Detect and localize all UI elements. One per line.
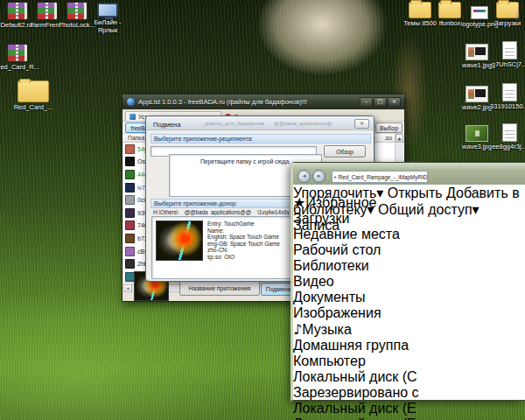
sidebar-label: Видео	[293, 274, 334, 289]
computer-icon	[97, 3, 118, 18]
ghost-text: @@bada_applications@	[274, 121, 332, 126]
sidebar-item-computer[interactable]: Компьютер	[293, 354, 525, 369]
address-bar[interactable]: ▸ Red_Card_Rampage_-_iMapMyRIDE ▸	[332, 171, 428, 183]
sidebar-item-desktop[interactable]: Рабочий стол	[293, 242, 525, 258]
app-thumbnail	[125, 170, 135, 179]
app-thumbnail	[125, 195, 135, 205]
donor-game-thumbnail	[156, 220, 203, 261]
sidebar-item-homegroup[interactable]: Домашняя группа	[293, 338, 525, 354]
music-icon: ♪	[293, 321, 302, 338]
applist-app-icon	[127, 98, 135, 106]
column-so-fragment[interactable]: .so	[384, 135, 392, 141]
chevron-down-icon: ▾	[376, 185, 383, 201]
toolbar-label: Общий доступ	[378, 202, 472, 217]
app-thumbnail	[125, 234, 135, 243]
desktop-icon-beeline-shortcut[interactable]: БиЛайн - Ярлык	[80, 3, 136, 34]
desktop-icon-red-card-folder[interactable]: Red_Card_...	[5, 80, 61, 112]
app-thumbnail	[125, 259, 135, 269]
explorer-body: ★Избранное Загрузки Недавние места Рабоч…	[293, 194, 525, 420]
sidebar-item-pictures[interactable]: Изображения	[293, 305, 525, 321]
text-file-icon	[502, 123, 517, 142]
sidebar-item-disk-e[interactable]: Локальный диск (E	[293, 401, 525, 416]
dialog-title: Подмена	[153, 121, 180, 129]
sidebar-label: Избранное	[305, 195, 376, 210]
app-thumbnail	[125, 183, 135, 192]
desktop: Default2.rar FarmFren... PhotoLock... Би…	[0, 0, 525, 420]
sidebar-label: Локальный диск (F	[293, 416, 416, 420]
desktop-icon-label: g7UhSCj7...	[492, 61, 525, 69]
sidebar-item-music[interactable]: ♪Музыка	[293, 321, 525, 338]
share-button[interactable]: Общий доступ▾	[378, 202, 480, 217]
open-button[interactable]: Открыть	[388, 186, 443, 200]
sidebar-label: Музыка	[302, 322, 352, 337]
sidebar-label: Библиотеки	[293, 258, 369, 273]
app-thumbnail	[125, 157, 135, 166]
applist-titlebar[interactable]: AppList 1.0.0.3 - freeBADA.ru (файлы для…	[122, 94, 404, 109]
sidebar-label: Компьютер	[293, 354, 366, 368]
sidebar-item-documents[interactable]: Документы	[293, 290, 525, 305]
scroll-up-icon[interactable]: ▲	[396, 134, 403, 143]
chevron-down-icon: ▾	[472, 201, 480, 218]
donor-zho-cn: zho-CN:	[207, 247, 280, 254]
toolbar-label: Открыть	[388, 186, 443, 200]
address-path[interactable]: Red_Card_Rampage_-_iMapMyRIDE	[339, 174, 428, 180]
choose-button[interactable]: Выбор	[375, 122, 402, 133]
app-thumbnail	[125, 144, 135, 154]
close-icon[interactable]: ×	[388, 97, 401, 107]
desktop-icon-downloads[interactable]: Загрузки	[480, 2, 525, 28]
sidebar-label: Изображения	[293, 305, 382, 320]
winrar-icon	[7, 44, 28, 62]
star-icon: ★	[293, 194, 305, 211]
sidebar-label: Документы	[293, 290, 365, 304]
sidebar-item-recent[interactable]: Недавние места	[293, 227, 525, 242]
explorer-navbar: ◂ ▸ ▸ Red_Card_Rampage_-_iMapMyRIDE ▸	[293, 169, 525, 185]
column-folder[interactable]: Папка	[128, 135, 144, 141]
sidebar-label: Локальный диск (E	[293, 401, 416, 416]
desktop-icon-text-file-1[interactable]: g7UhSCj7...	[481, 41, 525, 69]
folder-icon	[18, 80, 49, 102]
close-icon[interactable]: ×	[354, 119, 369, 129]
applist-window-title: AppList 1.0.0.3 - freeBADA.ru (файлы для…	[138, 98, 307, 106]
recipient-group-header: Выберите приложение-реципиента:	[150, 134, 371, 144]
sidebar-item-disk-c[interactable]: Локальный диск (C	[293, 369, 525, 385]
donor-entry: Entry: TouchGame	[207, 220, 280, 228]
donor-sp-so: sp.so: OIO	[207, 254, 280, 261]
desktop-icon-text-file-3[interactable]: ee8gg4r3j...	[481, 123, 525, 151]
scroll-left-icon[interactable]: ◂	[124, 285, 132, 291]
maximize-icon[interactable]: □	[374, 97, 387, 107]
donor-eng-gb: eng-GB: Space Touch Game	[207, 241, 280, 248]
app-thumbnail	[125, 247, 135, 256]
explorer-titlebar[interactable]	[293, 163, 525, 169]
desktop-icon-label: Red_Card_R...	[0, 64, 39, 72]
desktop-icon-text-file-2[interactable]: 331910150...	[481, 83, 525, 111]
sidebar-item-disk-f[interactable]: Локальный диск (F	[293, 416, 525, 420]
app-thumbnail	[125, 220, 135, 230]
back-button[interactable]: ◂	[298, 170, 311, 183]
browse-button[interactable]: Обзор	[324, 145, 366, 158]
desktop-icon-label: Загрузки	[494, 20, 521, 28]
app-thumbnail	[125, 208, 135, 218]
downloads-folder-icon	[496, 2, 519, 18]
sidebar-label: Недавние места	[293, 227, 400, 242]
desktop-icon-label: БиЛайн - Ярлык	[88, 19, 127, 34]
sidebar-item-reserved[interactable]: Зарезервировано с	[293, 385, 525, 401]
dialog-titlebar[interactable]: Подмена _файлы_для_бадафонов @@bada_appl…	[146, 116, 374, 130]
breadcrumb-arrow-icon: ▸	[334, 174, 337, 179]
apps-icon	[130, 114, 136, 120]
sidebar-label: Загрузки	[293, 211, 349, 226]
text-file-icon	[502, 83, 517, 102]
donor-english: English: Space Touch Game	[207, 234, 280, 241]
app-name-button[interactable]: Название приложения	[179, 281, 260, 296]
desktop-icon-label: Red_Card_...	[14, 104, 53, 112]
donor-info-panel: Entry: TouchGame Name: English: Space To…	[151, 216, 309, 279]
sidebar-item-libraries[interactable]: Библиотеки	[293, 258, 525, 274]
desktop-icon-label: ee8gg4r3j...	[492, 144, 525, 151]
donor-name: Name:	[207, 228, 280, 234]
sidebar-label: Домашняя группа	[293, 338, 409, 353]
explorer-window: ◂ ▸ ▸ Red_Card_Rampage_-_iMapMyRIDE ▸ Уп…	[290, 162, 525, 401]
explorer-toolbar: Упорядочить▾ Открыть Добавить в библиоте…	[293, 185, 525, 194]
desktop-icon-label: 331910150...	[490, 103, 525, 111]
minimize-icon[interactable]: –	[360, 97, 373, 107]
sidebar-item-video[interactable]: Видео	[293, 274, 525, 290]
desktop-icon-red-card-rar[interactable]: Red_Card_R...	[0, 44, 46, 72]
